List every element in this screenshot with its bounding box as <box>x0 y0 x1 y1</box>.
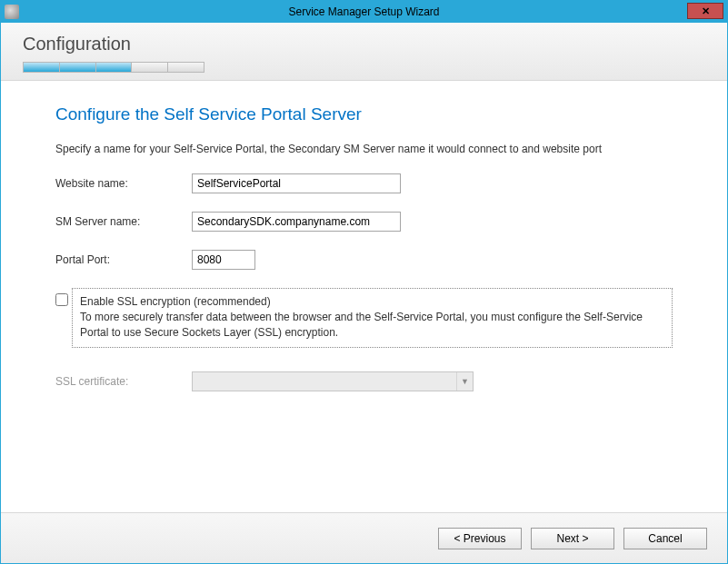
sm-server-row: SM Server name: <box>55 212 673 232</box>
website-name-label: Website name: <box>55 177 192 190</box>
section-title: Configuration <box>23 34 705 54</box>
ssl-cert-label: SSL certificate: <box>55 375 192 388</box>
progress-seg <box>132 63 168 72</box>
ssl-description: To more securely transfer data between t… <box>80 310 664 341</box>
portal-port-input[interactable] <box>192 250 255 270</box>
close-icon: ✕ <box>702 5 710 17</box>
cancel-button[interactable]: Cancel <box>623 528 707 549</box>
ssl-cert-row: SSL certificate: ▼ <box>55 371 673 391</box>
wizard-window: Service Manager Setup Wizard ✕ Configura… <box>0 0 728 564</box>
progress-bar <box>23 62 204 73</box>
titlebar: Service Manager Setup Wizard ✕ <box>1 1 727 23</box>
instruction-text: Specify a name for your Self-Service Por… <box>55 143 673 155</box>
ssl-group-box: Enable SSL encryption (recommended) To m… <box>72 288 673 348</box>
ssl-enable-checkbox[interactable] <box>55 293 68 306</box>
sm-server-input[interactable] <box>192 212 401 232</box>
portal-port-row: Portal Port: <box>55 250 673 270</box>
progress-seg <box>24 63 60 72</box>
previous-button[interactable]: < Previous <box>438 528 522 549</box>
sm-server-label: SM Server name: <box>55 215 192 228</box>
website-name-row: Website name: <box>55 173 673 193</box>
ssl-group: Enable SSL encryption (recommended) To m… <box>55 288 673 348</box>
chevron-down-icon: ▼ <box>456 372 473 391</box>
app-icon <box>5 5 19 19</box>
wizard-footer: < Previous Next > Cancel <box>1 512 727 563</box>
portal-port-label: Portal Port: <box>55 253 192 266</box>
wizard-header: Configuration <box>1 23 727 81</box>
ssl-checkbox-label: Enable SSL encryption (recommended) <box>80 294 664 310</box>
page-heading: Configure the Self Service Portal Server <box>55 104 673 124</box>
progress-seg <box>96 63 133 72</box>
wizard-content: Configure the Self Service Portal Server… <box>1 81 727 512</box>
window-title: Service Manager Setup Wizard <box>288 5 439 18</box>
website-name-input[interactable] <box>192 173 401 193</box>
ssl-cert-dropdown[interactable]: ▼ <box>192 371 474 391</box>
progress-seg <box>60 63 96 72</box>
next-button[interactable]: Next > <box>531 528 614 549</box>
progress-seg <box>168 63 204 72</box>
close-button[interactable]: ✕ <box>687 3 723 19</box>
